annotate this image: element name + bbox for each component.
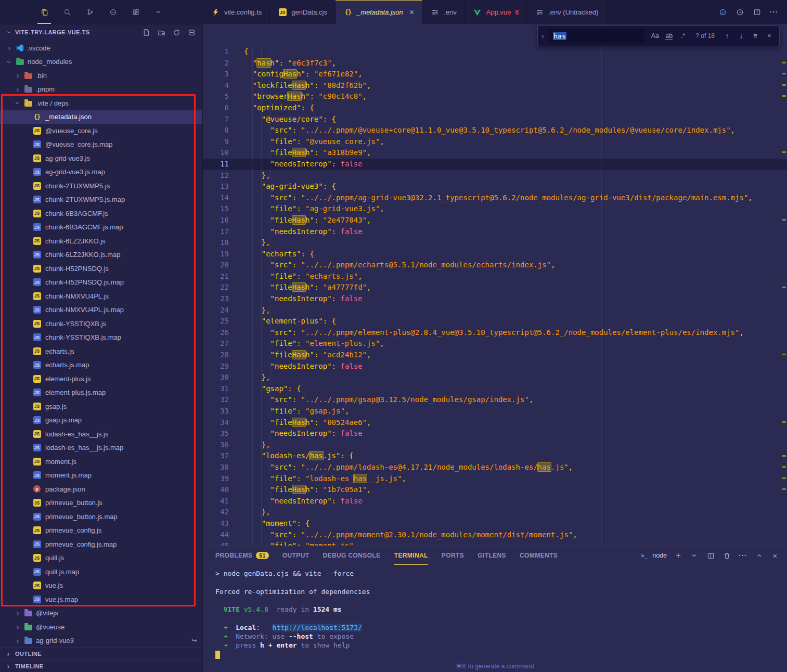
chevron-down-icon[interactable]: › xyxy=(690,551,699,560)
code-line[interactable]: 1{ xyxy=(203,46,787,58)
refresh-icon[interactable] xyxy=(172,28,181,37)
code-line[interactable]: 11 "needsInterop": false xyxy=(203,159,787,170)
tree-item-ag-grid-vue3[interactable]: ›ag-grid-vue3↪ xyxy=(0,634,202,648)
tree-item-primevue-config-js-map[interactable]: JSprimevue_config.js.map xyxy=(0,537,202,551)
chevron-up-icon[interactable]: › xyxy=(754,551,764,560)
code-line[interactable]: 28 "fileHash": "acd24b12", xyxy=(203,350,787,361)
tree-item-lodash-es-has-js-js-map[interactable]: JSlodash-es_has__js.js.map xyxy=(0,441,202,455)
localhost-link[interactable]: http://localhost:5173/ xyxy=(273,624,362,631)
close-icon[interactable]: × xyxy=(770,551,780,560)
tree-item-echarts-js[interactable]: JSecharts.js xyxy=(0,344,202,358)
code-line[interactable]: 33 "file": "gsap.js", xyxy=(203,406,787,417)
code-line[interactable]: 32 "src": "../../.pnpm/gsap@3.12.5/node_… xyxy=(203,394,787,406)
code-line[interactable]: 42 }, xyxy=(203,507,787,518)
tree-item-moment-js-map[interactable]: JSmoment.js.map xyxy=(0,469,202,483)
chevron-right-icon[interactable]: › xyxy=(15,623,21,631)
tab--metadata-json[interactable]: {}_metadata.json× xyxy=(336,0,422,24)
section-timeline[interactable]: ›TIMELINE xyxy=(0,660,202,672)
next-match-button[interactable]: ↓ xyxy=(736,32,747,40)
more-icon[interactable]: ··· xyxy=(738,551,747,560)
code-line[interactable]: 24 }, xyxy=(203,305,787,316)
trash-icon[interactable] xyxy=(722,551,731,560)
tree-item-node-modules[interactable]: ›node_modules xyxy=(0,55,202,69)
code-line[interactable]: 18 }, xyxy=(203,237,787,249)
tree-item-element-plus-js-map[interactable]: JSelement-plus.js.map xyxy=(0,386,202,400)
code-line[interactable]: 35 "needsInterop": false xyxy=(203,428,787,440)
tree-item-vue-js-map[interactable]: JSvue.js.map xyxy=(0,592,202,606)
code-line[interactable]: 3 "configHash": "ef671e82", xyxy=(203,69,787,80)
code-line[interactable]: 14 "src": "../../.pnpm/ag-grid-vue3@32.2… xyxy=(203,192,787,204)
history-icon[interactable] xyxy=(735,7,744,17)
code-line[interactable]: 25 "element-plus": { xyxy=(203,316,787,327)
code-line[interactable]: 19 "echarts": { xyxy=(203,249,787,260)
code-line[interactable]: 7 "@vueuse/core": { xyxy=(203,114,787,125)
tree-item-ag-grid-vue3-js-map[interactable]: JSag-grid-vue3.js.map xyxy=(0,165,202,179)
code-line[interactable]: 6 "optimized": { xyxy=(203,102,787,114)
code-line[interactable]: 4 "lockfileHash": "88d2f62b", xyxy=(203,80,787,92)
tree-item-chunk-nmxvu4pl-js-map[interactable]: JSchunk-NMXVU4PL.js.map xyxy=(0,303,202,317)
find-input[interactable]: has xyxy=(549,29,644,43)
tree-item-lodash-es-has-js-js[interactable]: JSlodash-es_has__js.js xyxy=(0,427,202,441)
overview-ruler[interactable] xyxy=(780,24,787,546)
more-icon[interactable]: ··· xyxy=(769,7,779,17)
tab-gendata-cjs[interactable]: JSgenData.cjs xyxy=(270,0,336,24)
previous-match-button[interactable]: ↑ xyxy=(721,32,733,40)
tree-item-primevue-button-js-map[interactable]: JSprimevue_button.js.map xyxy=(0,510,202,524)
close-find-button[interactable]: × xyxy=(764,32,775,40)
tree-item-chunk-2tuxwmp5-js[interactable]: JSchunk-2TUXWMP5.js xyxy=(0,179,202,193)
new-folder-icon[interactable] xyxy=(157,28,166,37)
code-line[interactable]: 30 }, xyxy=(203,372,787,383)
code-line[interactable]: 20 "src": "../../.pnpm/echarts@5.5.1/nod… xyxy=(203,260,787,271)
tree-item--pnpm[interactable]: ›.pnpm xyxy=(0,83,202,97)
chevron-down-icon[interactable]: › xyxy=(14,100,22,106)
code-line[interactable]: 15 "file": "ag-grid-vue3.js", xyxy=(203,203,787,215)
split-editor-icon[interactable] xyxy=(752,7,762,17)
split-editor-icon[interactable] xyxy=(706,551,715,560)
regex-toggle[interactable]: .* xyxy=(677,32,689,40)
new-file-icon[interactable] xyxy=(141,28,151,37)
chevron-down-icon[interactable]: › xyxy=(5,29,14,35)
tree-item-chunk-6lz2jkko-js-map[interactable]: JSchunk-6LZ2JKKO.js.map xyxy=(0,248,202,262)
code-line[interactable]: 44 "src": "../../.pnpm/moment@2.30.1/nod… xyxy=(203,529,787,541)
tree-item-gsap-js[interactable]: JSgsap.js xyxy=(0,399,202,413)
terminal-output[interactable]: > node genData.cjs && vite --force Force… xyxy=(203,565,787,672)
code-line[interactable]: 2 "hash": "e6c3f7c3", xyxy=(203,58,787,69)
tree-item--vscode[interactable]: ›.vscode xyxy=(0,41,202,55)
tree-item-chunk-2tuxwmp5-js-map[interactable]: JSchunk-2TUXWMP5.js.map xyxy=(0,193,202,207)
activity-item-chevron-down[interactable]: › xyxy=(153,0,164,24)
code-line[interactable]: 37 "lodash-es/has.js": { xyxy=(203,450,787,462)
tree-item--metadata-json[interactable]: {}_metadata.json xyxy=(0,110,202,124)
tree-item-chunk-6b3agcmf-js-map[interactable]: JSchunk-6B3AGCMF.js.map xyxy=(0,221,202,235)
tree-item-primevue-config-js[interactable]: JSprimevue_config.js xyxy=(0,524,202,538)
tree-item-echarts-js-map[interactable]: JSecharts.js.map xyxy=(0,358,202,372)
tab-vite-config-ts[interactable]: vite.config.ts xyxy=(203,0,270,24)
info-icon[interactable] xyxy=(718,7,727,17)
chevron-right-icon[interactable]: › xyxy=(15,85,21,94)
tree-item-chunk-h52pnsdq-js[interactable]: JSchunk-H52PNSDQ.js xyxy=(0,262,202,276)
code-line[interactable]: 31 "gsap": { xyxy=(203,383,787,395)
code-line[interactable]: 13 "ag-grid-vue3": { xyxy=(203,181,787,192)
code-line[interactable]: 17 "needsInterop": false xyxy=(203,226,787,238)
code-line[interactable]: 27 "file": "element-plus.js", xyxy=(203,338,787,350)
panel-tab-terminal[interactable]: TERMINAL xyxy=(394,546,428,565)
code-line[interactable]: 8 "src": "../../.pnpm/@vueuse+core@11.1.… xyxy=(203,125,787,136)
tree-item-chunk-h52pnsdq-js-map[interactable]: JSchunk-H52PNSDQ.js.map xyxy=(0,276,202,290)
activity-item-files[interactable] xyxy=(38,0,50,24)
code-line[interactable]: 9 "file": "@vueuse_core.js", xyxy=(203,136,787,148)
tree-item-quill-js[interactable]: JSquill.js xyxy=(0,551,202,565)
chevron-down-icon[interactable]: › xyxy=(5,59,14,65)
code-line[interactable]: 5 "browserHash": "c90c14c8", xyxy=(203,91,787,102)
code-line[interactable]: 10 "fileHash": "a318b9e9", xyxy=(203,147,787,159)
code-line[interactable]: 12 }, xyxy=(203,170,787,182)
section-outline[interactable]: ›OUTLINE xyxy=(0,648,202,660)
code-line[interactable]: 29 "needsInterop": false xyxy=(203,361,787,372)
code-area[interactable]: 1{2 "hash": "e6c3f7c3",3 "configHash": "… xyxy=(203,24,787,546)
tree-item-moment-js[interactable]: JSmoment.js xyxy=(0,455,202,469)
tree-item-ag-grid-vue3-js[interactable]: JSag-grid-vue3.js xyxy=(0,151,202,165)
code-line[interactable]: 40 "fileHash": "1b7c05a1", xyxy=(203,484,787,496)
activity-item-source-control[interactable] xyxy=(84,0,96,24)
collapse-all-icon[interactable] xyxy=(187,28,196,37)
panel-tab-ports[interactable]: PORTS xyxy=(442,546,464,565)
code-line[interactable]: 45 "file": "moment.js", xyxy=(203,540,787,546)
code-line[interactable]: 39 "file": "lodash-es_has__js.js", xyxy=(203,473,787,485)
